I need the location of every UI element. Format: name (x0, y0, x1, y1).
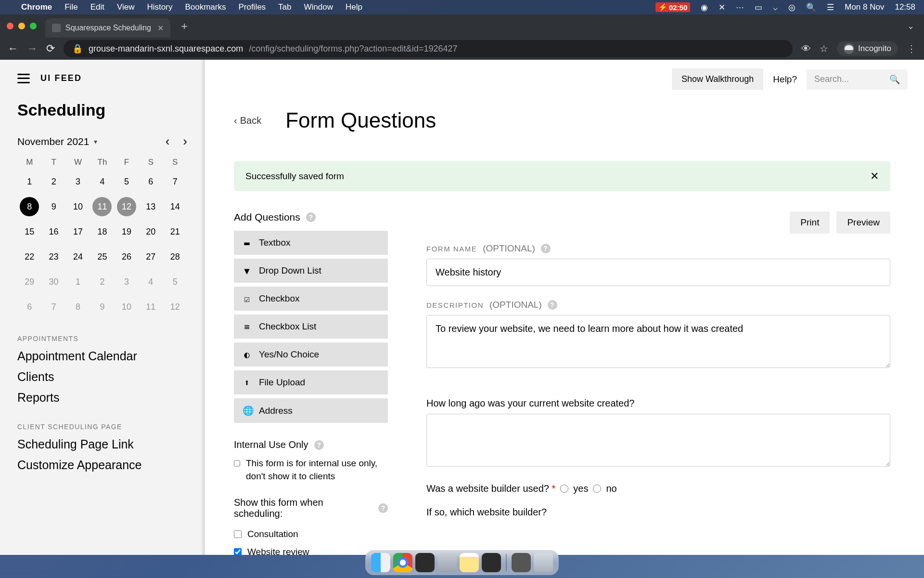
radio-yes[interactable] (560, 485, 568, 493)
dock-app-icon[interactable] (415, 553, 435, 572)
menu-bookmarks[interactable]: Bookmarks (185, 2, 226, 12)
menu-tab[interactable]: Tab (278, 2, 291, 12)
reload-icon[interactable]: ⟳ (46, 42, 55, 55)
incognito-badge[interactable]: Incognito (837, 41, 898, 56)
address-bar[interactable]: 🔒 grouse-mandarin-sxnl.squarespace.com/c… (64, 40, 793, 57)
calendar-day[interactable]: 12 (163, 297, 187, 316)
question-type-drop-down-list[interactable]: ▼Drop Down List (234, 259, 388, 283)
calendar-day[interactable]: 20 (139, 222, 163, 241)
calendar-day[interactable]: 14 (163, 197, 187, 216)
help-icon[interactable]: ? (378, 503, 388, 513)
dock-notes-icon[interactable] (460, 553, 479, 572)
calendar-day[interactable]: 6 (139, 172, 163, 191)
calendar-day[interactable]: 13 (139, 197, 163, 216)
status-icon-2[interactable]: ✕ (719, 2, 725, 13)
dock-app-icon[interactable] (512, 553, 531, 572)
spotlight-icon[interactable]: 🔍 (806, 2, 816, 13)
calendar-day[interactable]: 4 (139, 272, 163, 291)
calendar-day[interactable]: 23 (41, 247, 65, 266)
help-icon[interactable]: ? (306, 212, 316, 222)
calendar-day[interactable]: 18 (90, 222, 114, 241)
help-icon[interactable]: ? (548, 300, 557, 310)
calendar-day[interactable]: 8 (20, 197, 39, 216)
calendar-day[interactable]: 15 (17, 222, 41, 241)
calendar-day[interactable]: 11 (139, 297, 163, 316)
nav-appointment-calendar[interactable]: Appointment Calendar (17, 349, 187, 363)
minimize-window-icon[interactable] (18, 23, 25, 29)
dock-finder-icon[interactable] (371, 553, 390, 572)
calendar-day[interactable]: 27 (139, 247, 163, 266)
menubar-date[interactable]: Mon 8 Nov (845, 2, 884, 12)
question-type-address[interactable]: 🌐Address (234, 398, 388, 423)
control-center-icon[interactable]: ☰ (827, 2, 834, 13)
menu-help[interactable]: Help (346, 2, 362, 12)
question-type-checkbox-list[interactable]: ≡Checkbox List (234, 315, 388, 339)
calendar-day[interactable]: 3 (115, 272, 139, 291)
calendar-day[interactable]: 11 (92, 197, 112, 216)
calendar-day[interactable]: 7 (41, 297, 65, 316)
dock-trash-icon[interactable] (534, 553, 553, 572)
question-1-input[interactable] (426, 414, 890, 467)
radio-no[interactable] (593, 485, 601, 493)
calendar-day[interactable]: 22 (17, 247, 41, 266)
nav-scheduling-link[interactable]: Scheduling Page Link (17, 437, 187, 451)
calendar-day[interactable]: 30 (41, 272, 65, 291)
question-type-checkbox[interactable]: ☑Checkbox (234, 287, 388, 311)
menu-profiles[interactable]: Profiles (238, 2, 266, 12)
calendar-day[interactable]: 10 (115, 297, 139, 316)
calendar-prev-icon[interactable]: ‹ (166, 134, 170, 149)
print-button[interactable]: Print (790, 211, 830, 234)
calendar-day[interactable]: 19 (115, 222, 139, 241)
calendar-day[interactable]: 26 (115, 247, 139, 266)
status-icon-3[interactable]: ⋯ (736, 2, 744, 13)
calendar-day[interactable]: 7 (163, 172, 187, 191)
nav-reports[interactable]: Reports (17, 391, 187, 405)
maximize-window-icon[interactable] (30, 23, 37, 29)
preview-button[interactable]: Preview (836, 211, 890, 234)
help-link[interactable]: Help? (773, 74, 797, 85)
calendar-day[interactable]: 16 (41, 222, 65, 241)
battery-indicator[interactable]: ⚡02:50 (655, 2, 690, 12)
calendar-day[interactable]: 24 (66, 247, 90, 266)
description-input[interactable] (426, 315, 890, 368)
menu-file[interactable]: File (64, 2, 77, 12)
calendar-day[interactable]: 12 (117, 197, 136, 216)
dock-chrome-icon[interactable] (393, 553, 412, 572)
calendar-day[interactable]: 6 (17, 297, 41, 316)
calendar-day[interactable]: 21 (163, 222, 187, 241)
status-icon-4[interactable]: ▭ (755, 2, 762, 13)
menu-edit[interactable]: Edit (90, 2, 104, 12)
menu-window[interactable]: Window (304, 2, 333, 12)
help-icon[interactable]: ? (541, 244, 551, 253)
calendar-month[interactable]: November 2021▾ (17, 136, 97, 147)
calendar-day[interactable]: 17 (66, 222, 90, 241)
nav-back-icon[interactable]: ← (8, 42, 18, 55)
dock-app-icon[interactable] (482, 553, 501, 572)
hamburger-icon[interactable] (17, 74, 30, 83)
calendar-day[interactable]: 25 (90, 247, 114, 266)
calendar-day[interactable]: 5 (163, 272, 187, 291)
back-link[interactable]: ‹Back (234, 115, 261, 126)
nav-forward-icon[interactable]: → (27, 42, 38, 55)
close-window-icon[interactable] (7, 23, 13, 29)
menu-view[interactable]: View (117, 2, 135, 12)
help-icon[interactable]: ? (314, 440, 324, 450)
close-banner-icon[interactable]: ✕ (870, 170, 879, 183)
wifi-icon[interactable]: ⌵ (773, 2, 778, 13)
close-tab-icon[interactable]: ✕ (157, 24, 164, 33)
nav-clients[interactable]: Clients (17, 370, 187, 384)
nav-customize-appearance[interactable]: Customize Appearance (17, 458, 187, 472)
tabs-dropdown-icon[interactable]: ⌄ (907, 21, 914, 31)
question-type-file-upload[interactable]: ⬆File Upload (234, 370, 388, 394)
calendar-day[interactable]: 9 (41, 197, 65, 216)
calendar-day[interactable]: 4 (90, 172, 114, 191)
show-walkthrough-button[interactable]: Show Walkthrough (672, 68, 763, 90)
internal-use-checkbox[interactable]: This form is for internal use only, don'… (234, 457, 388, 483)
show-consultation-checkbox[interactable]: Consultation (234, 528, 388, 541)
calendar-day[interactable]: 10 (66, 197, 90, 216)
calendar-day[interactable]: 8 (66, 297, 90, 316)
menubar-time[interactable]: 12:58 (895, 2, 915, 12)
question-type-textbox[interactable]: ▬Textbox (234, 231, 388, 255)
question-type-yes-no-choice[interactable]: ◐Yes/No Choice (234, 342, 388, 367)
eye-icon[interactable]: 👁 (801, 43, 811, 54)
